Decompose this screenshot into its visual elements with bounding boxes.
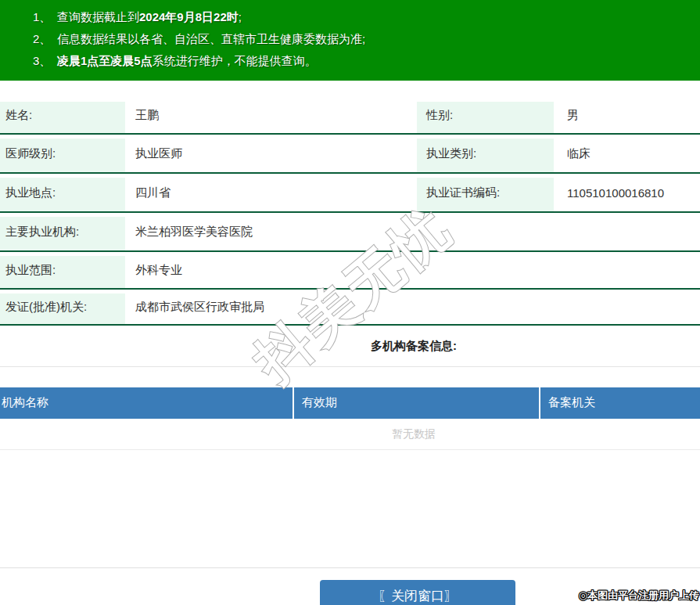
field-value-license-number: 110510100016810 (554, 174, 700, 211)
filing-table-header: 机构名称 有效期 备案机关 (0, 387, 700, 419)
column-header-filing-authority: 备案机关 (540, 387, 700, 419)
divider-line (0, 567, 700, 568)
empty-data-message: 暂无数据 (0, 419, 700, 450)
notice-line-3: 3、 凌晨1点至凌晨5点系统进行维护，不能提供查询。 (33, 50, 692, 72)
table-row: 主要执业机构: 米兰柏羽医学美容医院 (0, 213, 700, 252)
table-row: 姓名: 王鹏 性别: 男 (0, 98, 700, 135)
field-value-issuing-authority: 成都市武侯区行政审批局 (125, 290, 700, 324)
close-window-button[interactable]: 〖关闭窗口〗 (320, 580, 515, 605)
field-value-practice-location: 四川省 (125, 174, 417, 211)
field-label-practice-category: 执业类别: (417, 135, 554, 172)
upload-credit-text: ◎本图由平台注册用户上传 (579, 589, 699, 603)
notice-line-2: 2、 信息数据结果以各省、自治区、直辖市卫生健康委数据为准; (33, 28, 692, 50)
field-label-gender: 性别: (417, 98, 554, 133)
table-row: 医师级别: 执业医师 执业类别: 临床 (0, 135, 700, 174)
column-header-institution-name: 机构名称 (0, 387, 294, 419)
notice-number: 3、 (33, 50, 57, 72)
table-row: 发证(批准)机关: 成都市武侯区行政审批局 (0, 290, 700, 326)
field-label-doctor-level: 医师级别: (0, 135, 125, 172)
column-header-validity-period: 有效期 (294, 387, 540, 419)
field-value-practice-category: 临床 (554, 135, 700, 172)
field-value-name: 王鹏 (125, 98, 417, 133)
field-value-gender: 男 (554, 98, 700, 133)
notice-text: 凌晨1点至凌晨5点系统进行维护，不能提供查询。 (57, 50, 317, 72)
notice-text: 信息数据结果以各省、自治区、直辖市卫生健康委数据为准; (57, 28, 365, 50)
field-value-doctor-level: 执业医师 (125, 135, 417, 172)
field-value-main-institution: 米兰柏羽医学美容医院 (125, 213, 700, 250)
query-result-page: 1、 查询数据截止到2024年9月8日22时; 2、 信息数据结果以各省、自治区… (0, 0, 700, 605)
field-label-main-institution: 主要执业机构: (0, 213, 125, 250)
notice-number: 1、 (33, 6, 57, 28)
table-row: 执业范围: 外科专业 (0, 252, 700, 290)
filing-section-title: 多机构备案信息: (0, 336, 700, 355)
field-label-name: 姓名: (0, 98, 125, 133)
field-label-issuing-authority: 发证(批准)机关: (0, 290, 125, 324)
notice-text: 查询数据截止到2024年9月8日22时; (57, 6, 242, 28)
notice-line-1: 1、 查询数据截止到2024年9月8日22时; (33, 6, 692, 28)
field-label-practice-location: 执业地点: (0, 174, 125, 211)
field-label-license-number: 执业证书编码: (417, 174, 554, 211)
practitioner-info-table: 姓名: 王鹏 性别: 男 医师级别: 执业医师 执业类别: 临床 执业地点: 四… (0, 98, 700, 326)
table-row: 执业地点: 四川省 执业证书编码: 110510100016810 (0, 174, 700, 213)
notice-number: 2、 (33, 28, 57, 50)
notice-banner: 1、 查询数据截止到2024年9月8日22时; 2、 信息数据结果以各省、自治区… (0, 0, 700, 81)
divider-line (0, 366, 700, 367)
field-label-practice-scope: 执业范围: (0, 252, 125, 288)
field-value-practice-scope: 外科专业 (125, 252, 700, 288)
